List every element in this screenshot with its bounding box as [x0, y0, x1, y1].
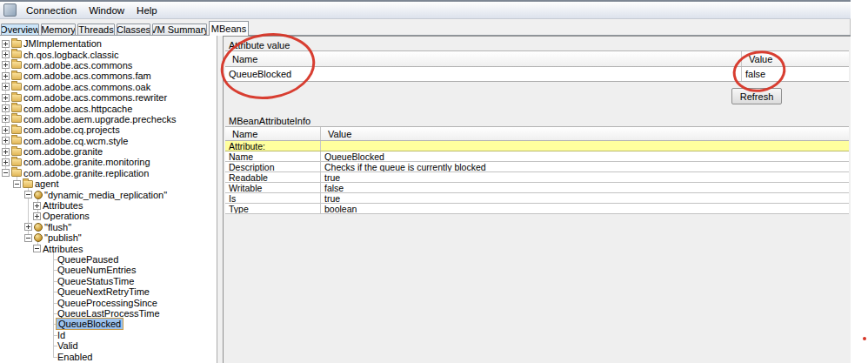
collapse-icon[interactable]	[33, 245, 41, 252]
expand-icon[interactable]	[2, 72, 10, 80]
tree-item-enabled[interactable]: Enabled	[0, 351, 217, 361]
expand-icon[interactable]	[2, 104, 10, 112]
tree-item-queuepaused[interactable]: QueuePaused	[0, 254, 217, 265]
expand-icon[interactable]	[2, 83, 10, 91]
tree-item-queuelastprocesstime[interactable]: QueueLastProcessTime	[0, 308, 217, 319]
expand-icon[interactable]	[2, 94, 10, 102]
tree-item-valid[interactable]: Valid	[0, 340, 217, 351]
tree-item-queueblocked[interactable]: QueueBlocked	[0, 319, 217, 329]
expand-icon[interactable]	[2, 40, 10, 48]
cell-name: Readable	[225, 172, 321, 182]
expand-icon[interactable]	[33, 212, 41, 220]
tree-item-agent[interactable]: agent	[0, 178, 217, 189]
tree-item-com-adobe-acs-commons-fam[interactable]: com.adobe.acs.commons.fam	[0, 71, 217, 81]
tree-item-label: QueuePaused	[57, 254, 118, 265]
expand-icon[interactable]	[2, 50, 10, 58]
tree-item-com-adobe-acs-httpcache[interactable]: com.adobe.acs.httpcache	[0, 103, 217, 113]
table-row[interactable]: Readabletrue	[225, 172, 849, 183]
tree-item-ch-qos-logback-classic[interactable]: ch.qos.logback.classic	[0, 49, 217, 59]
cell-name: Description	[225, 162, 321, 171]
expand-icon[interactable]	[24, 223, 32, 231]
tree-item-publish[interactable]: "publish"	[0, 232, 217, 243]
tree-item-com-adobe-granite[interactable]: com.adobe.granite	[0, 146, 217, 157]
tab-overview[interactable]: Overview	[1, 24, 39, 36]
tree-item-label: Attributes	[43, 244, 83, 254]
expand-icon[interactable]	[2, 148, 10, 156]
tree-item-com-adobe-acs-commons-rewriter[interactable]: com.adobe.acs.commons.rewriter	[0, 92, 217, 103]
tree-item-queuenumentries[interactable]: QueueNumEntries	[0, 265, 217, 275]
cell-value: true	[321, 172, 849, 182]
folder-icon	[11, 40, 22, 48]
column-header-name[interactable]: Name	[225, 127, 321, 140]
tab-memory[interactable]: Memory	[41, 24, 76, 36]
menu-items: ConnectionWindowHelp	[20, 3, 164, 18]
tree-item-com-adobe-granite-replication[interactable]: com.adobe.granite.replication	[0, 168, 217, 178]
tree-item-attributes[interactable]: Attributes	[0, 200, 217, 211]
tree-item-jmimplementation[interactable]: JMImplementation	[0, 38, 217, 49]
refresh-button[interactable]: Refresh	[731, 88, 782, 104]
tree-item-flush[interactable]: "flush"	[0, 222, 217, 232]
tree-item-com-adobe-acs-commons-oak[interactable]: com.adobe.acs.commons.oak	[0, 82, 217, 92]
tree-item-id[interactable]: Id	[0, 330, 217, 340]
tree-item-label: com.adobe.acs.commons	[23, 60, 132, 71]
tree-item-com-adobe-cq-projects[interactable]: com.adobe.cq.projects	[0, 124, 217, 135]
menu-item-connection[interactable]: Connection	[20, 3, 83, 18]
tree-item-queueprocessingsince[interactable]: QueueProcessingSince	[0, 297, 217, 307]
menu-bar: ConnectionWindowHelp	[0, 2, 851, 19]
table-row[interactable]: Attribute:	[225, 141, 849, 151]
expand-icon[interactable]	[33, 202, 41, 210]
tree-item-dynamic-media-replication[interactable]: "dynamic_media_replication"	[0, 189, 217, 199]
mbean-tree-panel[interactable]: JMImplementationch.qos.logback.classicco…	[0, 36, 217, 363]
collapse-icon[interactable]	[2, 169, 10, 177]
table-row[interactable]: NameQueueBlocked	[225, 151, 849, 162]
collapse-icon[interactable]	[24, 191, 32, 198]
tab-threads[interactable]: Threads	[77, 24, 115, 36]
tree-item-label: com.adobe.granite.monitoring	[23, 157, 150, 167]
tree-item-queuenextretrytime[interactable]: QueueNextRetryTime	[0, 286, 217, 297]
tree-item-label: QueueNumEntries	[57, 265, 137, 275]
column-header-value[interactable]: Value	[742, 51, 772, 66]
folder-icon	[11, 83, 22, 91]
tree-item-label: com.adobe.acs.commons.rewriter	[23, 92, 167, 103]
tree-item-operations[interactable]: Operations	[0, 211, 217, 221]
tree-item-label: Enabled	[57, 352, 92, 362]
table-header: NameValue	[225, 126, 849, 141]
cell-value: boolean	[321, 204, 849, 213]
app-window: ConnectionWindowHelp OverviewMemoryThrea…	[0, 0, 851, 363]
tree-item-com-adobe-granite-monitoring[interactable]: com.adobe.granite.monitoring	[0, 157, 217, 167]
tab-mbeans[interactable]: MBeans	[209, 21, 249, 36]
tab-classes[interactable]: Classes	[117, 24, 150, 36]
expand-icon[interactable]	[2, 137, 10, 145]
jconsole-window: ConnectionWindowHelp OverviewMemoryThrea…	[0, 0, 868, 363]
expand-icon[interactable]	[2, 126, 10, 134]
table-row[interactable]: DescriptionChecks if the queue is curren…	[225, 162, 849, 172]
cell-name: Name	[225, 151, 321, 161]
collapse-icon[interactable]	[24, 234, 32, 242]
cell-value: Checks if the queue is currently blocked	[321, 162, 849, 171]
tree-item-label: com.adobe.acs.commons.oak	[23, 82, 150, 92]
table-row[interactable]: Writablefalse	[225, 183, 849, 193]
tree-item-com-adobe-cq-wcm-style[interactable]: com.adobe.cq.wcm.style	[0, 136, 217, 146]
collapse-icon[interactable]	[13, 180, 21, 188]
table-row[interactable]: Istrue	[225, 193, 849, 204]
tree-item-queuestatustime[interactable]: QueueStatusTime	[0, 276, 217, 286]
table-row[interactable]: Typeboolean	[225, 204, 849, 214]
tree-item-com-adobe-acs-commons[interactable]: com.adobe.acs.commons	[0, 60, 217, 71]
tree-item-com-adobe-aem-upgrade-prechecks[interactable]: com.adobe.aem.upgrade.prechecks	[0, 114, 217, 124]
attribute-value-caption: Attribute value	[229, 40, 290, 50]
folder-icon	[11, 126, 22, 134]
tab-vm-summary[interactable]: VM Summary	[152, 24, 207, 36]
tree-item-label: Attributes	[43, 200, 83, 211]
tree-item-attributes[interactable]: Attributes	[0, 243, 217, 253]
app-icon	[3, 3, 17, 17]
expand-icon[interactable]	[2, 158, 10, 166]
column-header-value[interactable]: Value	[321, 127, 351, 140]
table-row[interactable]: QueueBlockedfalse	[225, 67, 849, 82]
menu-item-help[interactable]: Help	[130, 3, 164, 18]
tree-item-label: Operations	[43, 211, 90, 221]
column-header-name[interactable]: Name	[225, 51, 742, 66]
expand-icon[interactable]	[2, 115, 10, 123]
expand-icon[interactable]	[2, 61, 10, 69]
menu-item-window[interactable]: Window	[83, 3, 130, 18]
folder-icon	[23, 180, 33, 188]
